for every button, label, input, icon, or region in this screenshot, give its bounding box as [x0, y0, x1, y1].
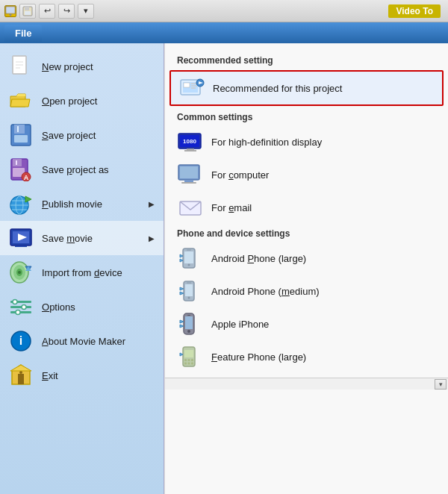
email-option[interactable]: For email: [165, 191, 448, 224]
apple-iphone-icon: [177, 312, 204, 336]
svg-rect-90: [184, 359, 187, 361]
svg-rect-79: [187, 283, 191, 284]
sidebar-publish-movie-label: Publish movie: [42, 198, 102, 210]
sidebar-save-movie-label: Save movie: [42, 233, 93, 244]
svg-marker-29: [25, 196, 31, 202]
file-menu-tab[interactable]: File: [4, 25, 42, 42]
save-movie-arrow-icon: ▶: [149, 234, 155, 243]
sidebar-save-project-label: Save project: [42, 130, 96, 141]
svg-point-84: [187, 330, 190, 333]
svg-rect-41: [10, 306, 31, 308]
android-large-option[interactable]: Android Phone (large): [165, 242, 448, 275]
feature-large-label: Feature Phone (large): [211, 351, 306, 363]
sidebar-import-label: Import from device: [42, 267, 122, 278]
about-icon: i: [9, 329, 33, 353]
save-button[interactable]: [19, 4, 36, 19]
svg-point-43: [13, 300, 17, 304]
svg-rect-33: [15, 246, 27, 247]
svg-marker-12: [10, 99, 30, 107]
svg-rect-16: [14, 135, 28, 143]
redo-button[interactable]: ↪: [58, 4, 75, 19]
exit-icon: [9, 363, 33, 387]
android-medium-icon: [177, 279, 204, 303]
svg-rect-91: [188, 359, 190, 361]
svg-text:1080: 1080: [183, 138, 196, 145]
email-label: For email: [211, 202, 252, 213]
sidebar-item-new-project[interactable]: New project: [0, 49, 164, 84]
save-project-icon: [9, 123, 33, 147]
recommended-project-label: Recommended for this project: [213, 83, 342, 94]
android-large-label: Android Phone (large): [211, 253, 306, 264]
svg-rect-73: [187, 250, 191, 251]
scrollbar-area: ▾: [165, 378, 448, 390]
publish-arrow-icon: ▶: [149, 200, 155, 208]
computer-option[interactable]: For computer: [165, 158, 448, 191]
hd-display-option[interactable]: 1080 For high-definition display: [165, 125, 448, 158]
sidebar-options-label: Options: [42, 301, 75, 313]
sidebar-item-exit[interactable]: Exit: [0, 358, 164, 393]
svg-rect-94: [188, 363, 190, 365]
svg-point-45: [16, 310, 20, 315]
apple-iphone-label: Apple iPhone: [211, 319, 269, 330]
svg-rect-93: [184, 363, 187, 365]
svg-rect-66: [180, 166, 198, 178]
svg-point-44: [22, 305, 26, 310]
recommended-project-icon: [178, 76, 205, 100]
title-bar: ↩ ↪ ▾ Video To: [0, 0, 448, 22]
svg-rect-42: [10, 311, 31, 313]
svg-rect-85: [187, 315, 190, 316]
sidebar-item-save-project[interactable]: Save project: [0, 118, 164, 152]
computer-icon: [177, 163, 204, 187]
sidebar-save-project-as-label: Save project as: [42, 164, 109, 175]
feature-large-option[interactable]: Feature Phone (large): [165, 340, 448, 373]
svg-marker-2: [9, 14, 12, 16]
sidebar-item-save-movie[interactable]: Save movie ▶: [0, 221, 164, 255]
svg-text:i: i: [19, 334, 22, 347]
sidebar-new-project-label: New project: [42, 61, 93, 72]
options-icon: [9, 295, 33, 319]
feature-large-icon: [177, 345, 204, 369]
svg-marker-51: [10, 365, 31, 371]
scroll-down-button[interactable]: ▾: [435, 379, 447, 390]
svg-rect-67: [184, 180, 193, 182]
sidebar-item-options[interactable]: Options: [0, 290, 164, 324]
svg-rect-5: [25, 11, 31, 15]
svg-rect-64: [184, 150, 196, 151]
svg-rect-54: [184, 83, 190, 87]
dropdown-button[interactable]: ▾: [78, 4, 94, 19]
svg-rect-92: [191, 359, 193, 361]
sidebar-item-save-project-as[interactable]: A Save project as: [0, 152, 164, 187]
apple-iphone-option[interactable]: Apple iPhone: [165, 307, 448, 340]
svg-rect-68: [181, 182, 196, 184]
hd-display-label: For high-definition display: [211, 137, 322, 148]
save-project-as-icon: A: [9, 157, 33, 181]
sidebar-exit-label: Exit: [42, 370, 58, 381]
app-title: Video To: [388, 4, 441, 18]
email-icon: [177, 196, 204, 219]
svg-point-37: [18, 271, 21, 274]
sidebar-item-open-project[interactable]: Open project: [0, 84, 164, 118]
save-movie-icon: [9, 226, 33, 250]
svg-rect-1: [7, 7, 14, 13]
import-device-icon: [9, 260, 33, 284]
svg-rect-15: [14, 125, 25, 134]
sidebar-item-about[interactable]: i About Movie Maker: [0, 324, 164, 358]
hd-display-icon: 1080: [177, 130, 204, 154]
svg-text:A: A: [24, 174, 29, 181]
sidebar-item-publish-movie[interactable]: Publish movie ▶: [0, 187, 164, 221]
svg-rect-21: [16, 160, 17, 165]
menu-bar: File: [0, 22, 448, 43]
sidebar-item-import-device[interactable]: Import from device: [0, 255, 164, 290]
computer-label: For computer: [211, 169, 269, 181]
svg-point-50: [19, 371, 22, 374]
right-panel: Recommended setting Recommended for this…: [164, 43, 448, 494]
android-medium-label: Android Phone (medium): [211, 286, 320, 297]
svg-rect-95: [191, 363, 193, 365]
svg-rect-49: [18, 374, 24, 384]
svg-rect-71: [184, 251, 193, 263]
android-medium-option[interactable]: Android Phone (medium): [165, 275, 448, 307]
undo-button[interactable]: ↩: [39, 4, 55, 19]
recommended-project-option[interactable]: Recommended for this project: [169, 70, 444, 106]
svg-point-78: [188, 297, 190, 299]
svg-rect-17: [17, 126, 19, 132]
